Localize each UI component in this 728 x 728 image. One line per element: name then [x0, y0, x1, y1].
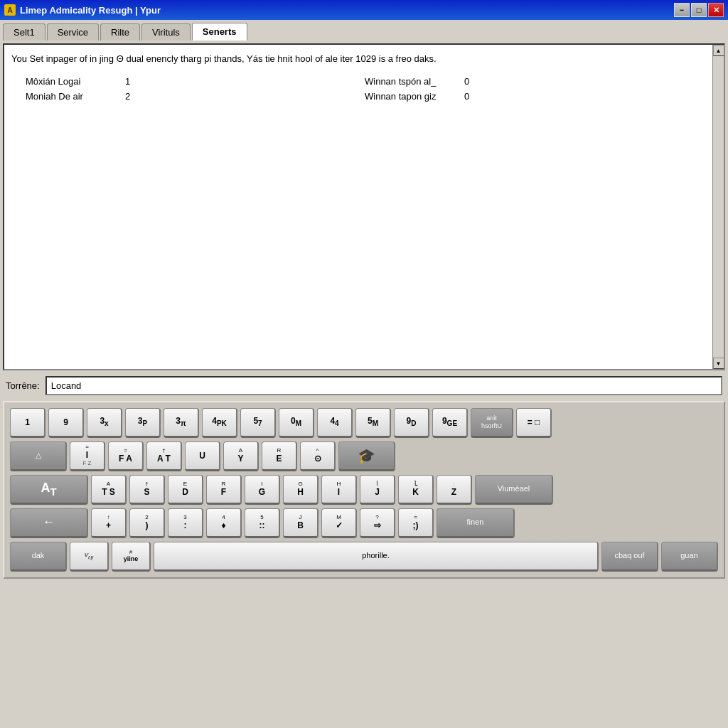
- key-gh[interactable]: GH: [283, 475, 318, 505]
- key-cbaq-ouf[interactable]: cbaq ouf: [601, 542, 658, 572]
- stat-value-2: 2: [125, 91, 130, 102]
- stat-value-4: 0: [464, 91, 469, 102]
- kbd-row-2: △ =IF Z =F A †A T U AY RE ^⊙ 🎓: [10, 441, 718, 471]
- key-44[interactable]: 44: [317, 408, 353, 438]
- key-5-dcolon[interactable]: 5::: [245, 508, 280, 538]
- key-cap-icon[interactable]: 🎓: [338, 441, 395, 471]
- stat-row-4: Winnan tapon giz 0: [365, 91, 704, 102]
- key-finen[interactable]: finen: [437, 508, 515, 538]
- key-ed[interactable]: ED: [168, 475, 203, 505]
- input-label: Torrêne:: [6, 380, 40, 391]
- stat-label-4: Winnan tapon giz: [365, 91, 457, 102]
- tab-rilte[interactable]: Rilte: [100, 23, 140, 41]
- key-equals-box[interactable]: = □: [516, 408, 552, 438]
- key-q-arrow[interactable]: ?⇨: [360, 508, 395, 538]
- stat-label-3: Winnan tspón al_: [365, 76, 457, 87]
- key-dak[interactable]: dak: [10, 542, 67, 572]
- stat-value-1: 1: [125, 76, 130, 87]
- key-up-plus[interactable]: ↑+: [91, 508, 127, 538]
- key-iz[interactable]: =IF Z: [70, 441, 105, 471]
- keyboard: 1 9 3x 3P 3π 4PK 57 0M 44 5M 9D 9GE anit…: [3, 401, 725, 579]
- key-0m[interactable]: 0M: [279, 408, 314, 438]
- key-ig[interactable]: IG: [245, 475, 280, 505]
- key-hash-yiine[interactable]: #yiine: [112, 542, 151, 572]
- key-at[interactable]: †A T: [146, 441, 182, 471]
- key-guan[interactable]: guan: [661, 542, 718, 572]
- stat-row-2: Moniah De air 2: [26, 91, 365, 102]
- key-u[interactable]: U: [185, 441, 220, 471]
- key-9[interactable]: 9: [48, 408, 84, 438]
- text-display: You Set inpager of in jing Θ dual enencl…: [3, 43, 725, 370]
- key-back-arrow[interactable]: ←: [10, 508, 88, 538]
- key-colon-z[interactable]: :Z: [437, 475, 472, 505]
- key-viumeael[interactable]: Viuméael: [475, 475, 553, 505]
- tabbar: Selt1 Service Rilte Virituls Senerts: [0, 20, 728, 41]
- key-ay[interactable]: AY: [223, 441, 259, 471]
- key-m-check[interactable]: M✓: [321, 508, 357, 538]
- tab-service[interactable]: Service: [47, 23, 99, 41]
- tab-selt1[interactable]: Selt1: [3, 23, 46, 41]
- stat-label-1: Môxián Logai: [26, 76, 118, 87]
- input-row: Torrêne:: [3, 375, 725, 397]
- kbd-row-5: dak Vr,y #yiine phorille. cbaq ouf guan: [10, 542, 718, 572]
- key-3pi[interactable]: 3π: [164, 408, 199, 438]
- stat-label-2: Moniah De air: [26, 91, 118, 102]
- key-ts[interactable]: †S: [129, 475, 165, 505]
- key-jb[interactable]: JB: [283, 508, 318, 538]
- key-1[interactable]: 1: [10, 408, 46, 438]
- key-anit[interactable]: anithsorftU: [471, 408, 513, 438]
- key-eq-smiley[interactable]: =;): [398, 508, 434, 538]
- stats-grid: Môxián Logai 1 Winnan tspón al_ 0 Moniah…: [26, 76, 704, 102]
- tab-senerts[interactable]: Senerts: [192, 23, 247, 41]
- key-vry[interactable]: Vr,y: [70, 542, 109, 572]
- key-as[interactable]: AT S: [91, 475, 127, 505]
- window-body: Selt1 Service Rilte Virituls Senerts You…: [0, 20, 728, 728]
- titlebar-controls: − □ ✕: [674, 3, 724, 17]
- key-ij[interactable]: ÎJ: [360, 475, 395, 505]
- key-4pk[interactable]: 4PK: [202, 408, 237, 438]
- window-title: Limep Admicality Resugh | Ypur: [20, 5, 161, 16]
- content-area: You Set inpager of in jing Θ dual enencl…: [0, 41, 728, 728]
- scrollbar: ▲ ▼: [712, 45, 724, 369]
- tab-virituls[interactable]: Virituls: [141, 23, 191, 41]
- key-at-main[interactable]: AT: [10, 475, 88, 505]
- scroll-down-button[interactable]: ▼: [713, 358, 724, 369]
- maximize-button[interactable]: □: [691, 3, 707, 17]
- app-icon: A: [4, 4, 16, 16]
- key-9d[interactable]: 9D: [394, 408, 429, 438]
- stat-row-3: Winnan tspón al_ 0: [365, 76, 704, 87]
- key-5m[interactable]: 5M: [355, 408, 391, 438]
- key-lk[interactable]: L̂K: [398, 475, 434, 505]
- key-fa[interactable]: =F A: [108, 441, 144, 471]
- main-text: You Set inpager of in jing Θ dual enencl…: [11, 52, 704, 66]
- key-hi[interactable]: HI: [321, 475, 357, 505]
- key-57[interactable]: 57: [240, 408, 276, 438]
- key-3-colon[interactable]: 3:: [168, 508, 203, 538]
- key-3p[interactable]: 3P: [125, 408, 161, 438]
- kbd-row-4: ← ↑+ 2) 3: 4♦ 5:: JB M✓ ?⇨ =;) finen: [10, 508, 718, 538]
- key-4-diamond[interactable]: 4♦: [206, 508, 242, 538]
- torrene-input[interactable]: [46, 376, 722, 395]
- text-body: You Set inpager of in jing Θ dual enencl…: [11, 52, 717, 102]
- key-triangle[interactable]: △: [10, 441, 67, 471]
- scroll-up-button[interactable]: ▲: [713, 45, 724, 56]
- titlebar: A Limep Admicality Resugh | Ypur − □ ✕: [0, 0, 728, 20]
- kbd-row-3: AT AT S †S ED RF IG GH HI ÎJ L̂K :Z Vium…: [10, 475, 718, 505]
- kbd-row-numbers: 1 9 3x 3P 3π 4PK 57 0M 44 5M 9D 9GE anit…: [10, 408, 718, 438]
- key-caret[interactable]: ^⊙: [300, 441, 336, 471]
- scrollbar-track[interactable]: [713, 56, 724, 358]
- stat-value-3: 0: [464, 76, 469, 87]
- key-3x[interactable]: 3x: [87, 408, 122, 438]
- key-spacebar[interactable]: phorille.: [154, 542, 599, 572]
- key-re[interactable]: RE: [262, 441, 297, 471]
- key-9ge[interactable]: 9GE: [432, 408, 468, 438]
- stat-row-1: Môxián Logai 1: [26, 76, 365, 87]
- close-button[interactable]: ✕: [708, 3, 724, 17]
- key-2-paren[interactable]: 2): [129, 508, 165, 538]
- minimize-button[interactable]: −: [674, 3, 690, 17]
- titlebar-left: A Limep Admicality Resugh | Ypur: [4, 4, 161, 16]
- key-rf[interactable]: RF: [206, 475, 242, 505]
